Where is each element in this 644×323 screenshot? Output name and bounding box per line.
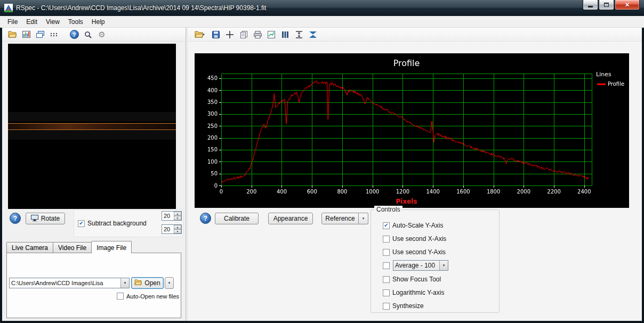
menu-view[interactable]: View: [42, 17, 64, 27]
average-combobox-value: Average - 100: [393, 262, 439, 269]
chevron-down-icon[interactable]: ▼: [120, 278, 129, 288]
spin-down-icon[interactable]: ▼: [174, 229, 181, 233]
subtract-background-label: Subtract background: [87, 220, 147, 227]
rotate-label: Rotate: [41, 215, 60, 222]
maximize-icon: [604, 3, 609, 7]
tab-image-file[interactable]: Image File: [91, 241, 132, 253]
ccd-image-preview[interactable]: [8, 44, 176, 209]
logarithmic-y-axis-checkbox[interactable]: ✔ Logarithmic Y-axis: [383, 289, 444, 296]
rotate-icon: [31, 215, 38, 223]
columns-icon[interactable]: [279, 29, 291, 41]
spin-down-icon[interactable]: ▼: [174, 216, 181, 220]
tab-video-file[interactable]: Video File: [53, 242, 92, 253]
right-toolbar: ▼: [188, 28, 642, 42]
open-folder-icon[interactable]: [6, 29, 18, 41]
average-combobox[interactable]: Average - 100 ▼: [393, 260, 448, 271]
checkbox-label: Logarithmic Y-axis: [392, 289, 444, 296]
synthesize-checkbox[interactable]: ✔ Synthesize: [383, 302, 424, 310]
selection-line-top: [8, 123, 176, 124]
appearance-button[interactable]: Appearance: [268, 213, 313, 224]
menu-edit[interactable]: Edit: [22, 17, 42, 27]
background-bottom-value: 20: [162, 225, 174, 233]
open-options-dropdown[interactable]: ▼: [165, 277, 174, 289]
settings-gear-icon[interactable]: ⚙: [96, 29, 108, 41]
help-icon[interactable]: ?: [68, 29, 80, 41]
file-path-combobox[interactable]: C:\Users\Andrew\CCD Images\Lisa ▼: [9, 278, 130, 288]
cascade-windows-icon[interactable]: [34, 29, 46, 41]
copy-icon[interactable]: [238, 29, 249, 41]
image-file-tab-panel: C:\Users\Andrew\CCD Images\Lisa ▼ Open ▼…: [6, 253, 181, 318]
export-chart-icon[interactable]: [265, 29, 277, 41]
background-top-value: 20: [162, 212, 174, 220]
chevron-down-icon[interactable]: ▼: [439, 261, 448, 270]
image-icon[interactable]: [20, 29, 32, 41]
reference-button[interactable]: Reference: [321, 213, 359, 224]
checkbox-box: ✔: [383, 236, 390, 243]
image-band: [8, 131, 176, 140]
profile-chart-canvas[interactable]: [195, 53, 629, 208]
use-second-x-axis-checkbox[interactable]: ✔ Use second X-Axis: [383, 235, 446, 243]
checkbox-label: Use second X-Axis: [392, 235, 446, 243]
profile-chart[interactable]: [195, 53, 629, 208]
open-button[interactable]: Open: [131, 277, 164, 289]
open-button-label: Open: [144, 279, 160, 287]
subtract-background-checkbox[interactable]: ✔ Subtract background: [78, 220, 147, 227]
window-title: RSpec - C:\Users\Andrew\CCD Images\Lisa\…: [16, 4, 266, 12]
checkbox-box: ✔: [383, 276, 390, 283]
fit-height-icon[interactable]: [293, 29, 305, 41]
merge-icon[interactable]: [307, 29, 319, 41]
average-checkbox[interactable]: ✔: [383, 262, 390, 269]
tab-live-camera[interactable]: Live Camera: [6, 242, 53, 253]
maximize-button[interactable]: [599, 0, 614, 10]
use-second-y-axis-checkbox[interactable]: ✔ Use second Y-Axis: [383, 248, 446, 256]
checkbox-box: ✔: [117, 293, 124, 300]
menu-help[interactable]: Help: [87, 17, 109, 27]
help-button[interactable]: ?: [200, 213, 211, 224]
crosshair-icon[interactable]: [224, 29, 236, 41]
help-button[interactable]: ?: [10, 213, 21, 224]
controls-groupbox: Controls ✔ Auto-Scale Y-Axis ✔ Use secon…: [371, 209, 500, 313]
background-bottom-spinner[interactable]: 20 ▲ ▼: [162, 224, 182, 234]
close-button[interactable]: ✕: [615, 0, 640, 10]
auto-open-checkbox[interactable]: ✔ Auto-Open new files: [117, 293, 179, 300]
rotate-button[interactable]: Rotate: [26, 213, 65, 224]
open-folder-icon: [134, 279, 142, 287]
help-glyph: ?: [13, 215, 17, 222]
checkbox-box: ✔: [383, 249, 390, 256]
minimize-button[interactable]: [583, 0, 598, 10]
left-toolbar: ? ⚙: [2, 28, 186, 42]
help-glyph: ?: [204, 215, 207, 222]
chevron-down-icon: ▼: [168, 281, 171, 285]
menu-file[interactable]: File: [3, 17, 22, 27]
checkbox-box: ✔: [78, 220, 85, 227]
open-folder-icon[interactable]: ▼: [192, 29, 208, 41]
checkbox-label: Show Focus Tool: [392, 276, 441, 283]
calibrate-button[interactable]: Calibrate: [215, 213, 259, 224]
checkbox-label: Auto-Scale Y-Axis: [392, 222, 443, 229]
auto-scale-y-axis-checkbox[interactable]: ✔ Auto-Scale Y-Axis: [383, 222, 443, 229]
checkbox-box: ✔: [383, 289, 390, 296]
checkbox-box: ✔: [383, 222, 390, 229]
spin-up-icon[interactable]: ▲: [174, 212, 181, 216]
checkbox-box: ✔: [383, 262, 390, 269]
minimize-icon: [588, 6, 593, 7]
file-path-value: C:\Users\Andrew\CCD Images\Lisa: [10, 280, 120, 286]
reference-dropdown[interactable]: ▼: [359, 213, 368, 224]
print-icon[interactable]: [252, 29, 263, 41]
auto-open-label: Auto-Open new files: [126, 293, 179, 300]
menubar: File Edit View Tools Help: [0, 16, 644, 28]
background-top-spinner[interactable]: 20 ▲ ▼: [162, 211, 182, 221]
spin-up-icon[interactable]: ▲: [174, 225, 181, 229]
content-area: ? ⚙ ? Rotate: [2, 28, 642, 321]
zoom-icon[interactable]: [82, 29, 94, 41]
rspec-window: RSpec - C:\Users\Andrew\CCD Images\Lisa\…: [0, 0, 644, 323]
show-focus-tool-checkbox[interactable]: ✔ Show Focus Tool: [383, 276, 441, 283]
save-icon[interactable]: [210, 29, 222, 41]
menu-tools[interactable]: Tools: [64, 17, 87, 27]
source-tabs: Live Camera Video File Image File: [6, 241, 131, 253]
image-band: [8, 112, 176, 122]
titlebar: RSpec - C:\Users\Andrew\CCD Images\Lisa\…: [0, 0, 644, 16]
checkbox-label: Synthesize: [392, 302, 424, 310]
chevron-down-icon: ▼: [202, 33, 205, 36]
grid-dots-icon[interactable]: [48, 29, 60, 41]
